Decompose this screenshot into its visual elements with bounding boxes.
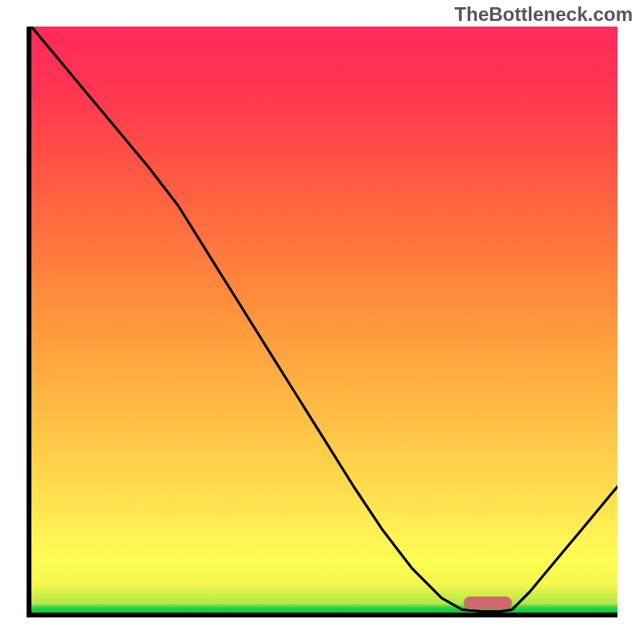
attribution-text: TheBottleneck.com: [455, 3, 633, 26]
chart-container: TheBottleneck.com: [0, 0, 644, 644]
optimum-marker: [464, 597, 512, 609]
plot-area: [27, 27, 617, 617]
heatmap-gradient: [31, 27, 617, 613]
